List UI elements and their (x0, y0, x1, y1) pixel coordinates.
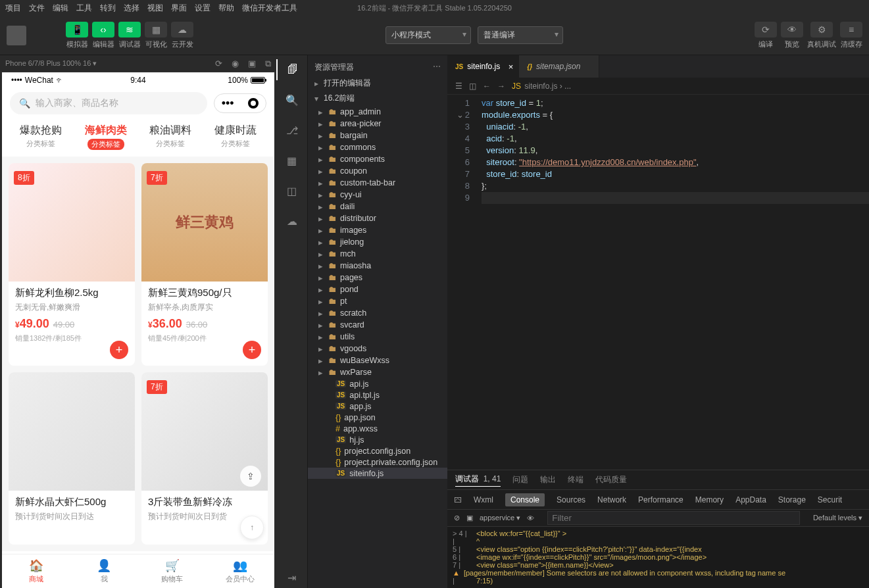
file-item[interactable]: JSsiteinfo.js (308, 468, 447, 479)
file-item[interactable]: JSapi.js (308, 378, 447, 389)
tabbar-item-member[interactable]: 👥会员中心 (207, 554, 275, 588)
levels-select[interactable]: Default levels ▾ (813, 514, 862, 522)
user-avatar[interactable] (7, 26, 26, 45)
menu-item[interactable]: 帮助 (218, 3, 234, 14)
project-section[interactable]: ▾16.2前端 (308, 91, 447, 106)
remote-debug-button[interactable]: ⚙真机调试 (807, 22, 836, 49)
product-card[interactable]: 8折 新鲜龙利鱼柳2.5kg 无刺无骨,鲜嫩爽滑 ¥49.0049.00 销量1… (9, 163, 135, 366)
menu-item[interactable]: 编辑 (53, 3, 68, 14)
refresh-icon[interactable]: ⟳ (215, 59, 222, 68)
menu-item[interactable]: 文件 (29, 3, 45, 14)
extension-icon[interactable]: ▦ (282, 150, 303, 171)
category-tab[interactable]: 爆款抢购分类标签 (9, 124, 74, 150)
share-icon[interactable]: ⇪ (240, 466, 261, 487)
eye-icon[interactable]: 👁 (527, 514, 534, 522)
folder-item[interactable]: ▸🖿bargain (308, 130, 447, 141)
folder-item[interactable]: ▸🖿area-picker (308, 118, 447, 130)
simulator-button[interactable]: 📱模拟器 (66, 22, 88, 49)
folder-item[interactable]: ▸🖿pt (308, 295, 447, 307)
category-tab[interactable]: 粮油调料分类标签 (138, 124, 203, 150)
folder-item[interactable]: ▸🖿jielong (308, 236, 447, 248)
folder-item[interactable]: ▸🖿coupon (308, 165, 447, 177)
console-output[interactable]: > 4 |<block wx:for="{{cat_list}}" > | ^5… (447, 527, 869, 588)
editor-button[interactable]: ‹›编辑器 (92, 22, 114, 49)
close-tab-icon[interactable]: × (509, 62, 514, 72)
open-editors-section[interactable]: ▸打开的编辑器 (308, 76, 447, 91)
folder-item[interactable]: ▸🖿pond (308, 283, 447, 295)
devtools-tab[interactable]: Memory (695, 495, 724, 504)
menu-icon[interactable]: ••• (222, 97, 234, 109)
cloud-button[interactable]: ☁云开发 (171, 22, 193, 49)
tabbar-item-cart[interactable]: 🛒购物车 (138, 554, 207, 588)
forward-icon[interactable]: → (497, 82, 505, 91)
product-card[interactable]: 新鲜水晶大虾仁500g 预计到货时间次日到达 (9, 372, 135, 545)
folder-item[interactable]: ▸🖿images (308, 224, 447, 236)
collapse-icon[interactable]: ⇥ (282, 567, 303, 588)
category-tab[interactable]: 海鲜肉类分类标签 (74, 124, 139, 150)
file-item[interactable]: JSapp.js (308, 401, 447, 412)
search-icon[interactable]: 🔍 (282, 89, 303, 110)
devtools-tab[interactable]: AppData (735, 495, 766, 504)
clear-cache-button[interactable]: ≡清缓存 (840, 22, 862, 49)
devtools-tab[interactable]: Sources (557, 495, 585, 504)
add-to-cart-button[interactable]: + (243, 341, 261, 359)
folder-item[interactable]: ▸🖿custom-tab-bar (308, 177, 447, 189)
back-to-top-button[interactable]: ↑ (240, 516, 264, 539)
file-item[interactable]: {}project.private.config.json (308, 456, 447, 468)
menu-item[interactable]: 界面 (171, 3, 187, 14)
tabbar-item-mall[interactable]: 🏠商城 (2, 554, 70, 588)
mode-select[interactable]: 小程序模式 (385, 26, 471, 44)
folder-item[interactable]: ▸🖿components (308, 153, 447, 165)
file-item[interactable]: {}project.config.json (308, 445, 447, 456)
back-icon[interactable]: ← (483, 82, 491, 91)
editor-tab[interactable]: {}sitemap.json (519, 55, 599, 78)
preview-button[interactable]: 👁预览 (781, 22, 803, 49)
menu-item[interactable]: 转到 (100, 3, 116, 14)
product-grid[interactable]: 8折 新鲜龙利鱼柳2.5kg 无刺无骨,鲜嫩爽滑 ¥49.0049.00 销量1… (2, 157, 274, 551)
folder-item[interactable]: ▸🖿wuBaseWxss (308, 355, 447, 366)
detach-icon[interactable]: ⧉ (265, 59, 271, 69)
compile-button[interactable]: ⟳编译 (755, 22, 777, 49)
panel-toggle-icon[interactable]: ☰ (455, 82, 462, 91)
console-filter-input[interactable] (547, 511, 800, 525)
more-icon[interactable]: ⋯ (433, 62, 441, 73)
inspect-icon[interactable]: ⮹ (454, 495, 462, 504)
explorer-icon[interactable]: 🗐 (276, 59, 307, 80)
folder-item[interactable]: ▸🖿scratch (308, 307, 447, 319)
folder-item[interactable]: ▸🖿mch (308, 248, 447, 260)
folder-item[interactable]: ▸🖿cyy-ui (308, 189, 447, 201)
debugger-button[interactable]: ≋调试器 (118, 22, 141, 49)
search-input[interactable]: 🔍 输入商家、商品名称 (10, 92, 207, 114)
menu-item[interactable]: 选择 (124, 3, 139, 14)
menu-item[interactable]: 设置 (195, 3, 211, 14)
product-card[interactable]: 7折 鲜三黄鸡 新鲜三黄鸡950g/只 新鲜宰杀,肉质厚实 ¥36.0036.0… (141, 163, 268, 366)
category-tab[interactable]: 健康时蔬分类标签 (203, 124, 268, 150)
folder-item[interactable]: ▸🖿app_admin (308, 106, 447, 118)
editor-tab[interactable]: JSsiteinfo.js× (447, 55, 519, 78)
folder-item[interactable]: ▸🖿miaosha (308, 260, 447, 272)
devtools-tab[interactable]: Console (505, 493, 545, 506)
panel-icon[interactable]: ◫ (282, 180, 303, 201)
git-icon[interactable]: ⎇ (282, 120, 303, 141)
context-select[interactable]: appservice ▾ (480, 514, 520, 522)
devtools-tab[interactable]: Network (597, 495, 626, 504)
folder-item[interactable]: ▸🖿wxParse (308, 366, 447, 378)
breadcrumb[interactable]: ☰ ◫ ← → JS siteinfo.js › ... (447, 78, 869, 95)
folder-item[interactable]: ▸🖿utils (308, 331, 447, 343)
folder-item[interactable]: ▸🖿commons (308, 141, 447, 153)
file-item[interactable]: JShj.js (308, 434, 447, 445)
file-explorer[interactable]: 资源管理器⋯ ▸打开的编辑器 ▾16.2前端 ▸🖿app_admin▸🖿area… (308, 55, 447, 588)
folder-item[interactable]: ▸🖿daili (308, 201, 447, 212)
quality-tab[interactable]: 代码质量 (595, 474, 627, 485)
output-tab[interactable]: 输出 (540, 474, 556, 485)
file-item[interactable]: #app.wxss (308, 423, 447, 434)
menu-item[interactable]: 视图 (147, 3, 163, 14)
device-label[interactable]: Phone 6/7/8 Plus 100% 16 ▾ (5, 59, 97, 68)
devtools-tab[interactable]: Performance (638, 495, 683, 504)
problems-tab[interactable]: 问题 (512, 474, 528, 485)
menu-item[interactable]: 工具 (76, 3, 92, 14)
compile-select[interactable]: 普通编译 (478, 26, 563, 44)
code-editor[interactable]: 1⌄23456789 var store_id = 1; module.expo… (447, 95, 869, 470)
debugger-tab[interactable]: 调试器 1, 41 (455, 474, 501, 487)
file-item[interactable]: {}app.json (308, 412, 447, 423)
